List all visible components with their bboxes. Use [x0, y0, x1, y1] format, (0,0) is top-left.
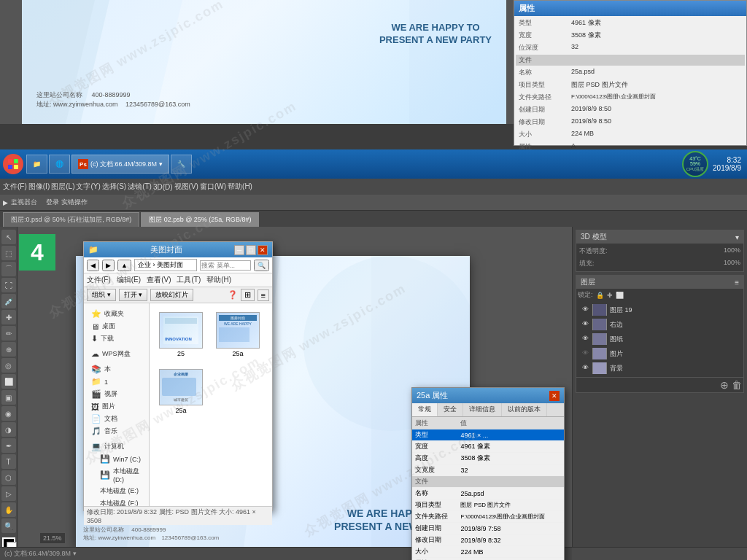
fe-sidebar-item-music[interactable]: 🎵 音乐 — [88, 425, 144, 438]
file-item-25[interactable]: PSD INNOVATION 25 — [155, 309, 206, 360]
tool-text[interactable]: T — [1, 454, 16, 469]
eye-icon-right[interactable]: 👁 — [581, 320, 589, 329]
fe-path: 企业 › 美图封面 — [134, 259, 197, 271]
fe-menu-edit[interactable]: 编辑(E) — [117, 275, 141, 285]
tool-select[interactable]: ⬚ — [1, 246, 16, 260]
eye-icon-bg[interactable]: 👁 — [581, 364, 589, 373]
fe-sidebar-item-desktop[interactable]: 🖥 桌面 — [88, 320, 144, 332]
fe-organize-btn[interactable]: 组织 ▾ — [87, 289, 116, 301]
fe-menu-view[interactable]: 查看(V) — [147, 275, 171, 285]
fe-sidebar-item-pictures[interactable]: 🖼 图片 — [88, 400, 144, 413]
fe-search-btn[interactable]: 🔍 — [254, 260, 269, 271]
menu-edit[interactable]: 图像(I) — [28, 182, 50, 192]
tool-brush[interactable]: ✏ — [1, 326, 16, 341]
tool-eyedrop[interactable]: 💉 — [1, 294, 16, 308]
fe-sidebar-item-d[interactable]: 💾 本地磁盘 (D:) — [88, 465, 144, 485]
pw2-tab-security[interactable]: 安全 — [438, 403, 463, 416]
lock-all-icon[interactable]: ⬜ — [616, 292, 624, 299]
fe-sidebar-item-library[interactable]: 📚 本 — [88, 363, 144, 376]
layer-item-bg[interactable]: 👁 背景 — [578, 361, 742, 376]
fe-up-btn[interactable]: ▲ — [117, 260, 131, 271]
taskbar-browser-item[interactable]: 🌐 — [49, 155, 70, 174]
fe-forward-btn[interactable]: ▶ — [102, 260, 115, 271]
pw2-close-btn[interactable]: ✕ — [549, 391, 560, 401]
layer-item-19[interactable]: 👁 图层 19 — [578, 303, 742, 317]
fe-view-icon[interactable]: ⊞ — [241, 289, 255, 301]
tool-shape[interactable]: ▷ — [1, 486, 16, 501]
fe-view-icon-2[interactable]: ≡ — [258, 289, 269, 301]
fe-sidebar-item-f[interactable]: 本地磁盘 (F:) — [88, 497, 144, 506]
fe-sidebar-item-1[interactable]: 📁 1 — [88, 376, 144, 388]
tool-lasso[interactable]: ⌒ — [1, 262, 16, 276]
menu-file[interactable]: 文件(F) — [3, 182, 27, 192]
fe-back-btn[interactable]: ◀ — [87, 260, 99, 271]
file-item-25a-2[interactable]: PSD 企业画册 城市建筑 25a — [155, 366, 206, 417]
menu-layer[interactable]: 图层(L) — [51, 182, 74, 192]
layer-item-paper[interactable]: 👁 图纸 — [578, 332, 742, 346]
taskbar-misc-item[interactable]: 🔧 — [171, 155, 192, 174]
start-button[interactable] — [3, 154, 23, 174]
desktop-icon: 🖥 — [91, 322, 99, 331]
menu-text[interactable]: 文字(Y) — [76, 182, 100, 192]
menu-view[interactable]: 视图(V) — [174, 182, 198, 192]
tool-history[interactable]: ◎ — [1, 358, 16, 373]
eye-icon-19[interactable]: 👁 — [581, 306, 589, 314]
menu-window[interactable]: 窗口(W) — [200, 182, 226, 192]
tool-dodge[interactable]: ◑ — [1, 422, 16, 437]
layer-item-right[interactable]: 👁 右边 — [578, 317, 742, 332]
fe-menu-tools[interactable]: 工具(T) — [177, 275, 201, 285]
tool-blur[interactable]: ◉ — [1, 406, 16, 421]
file-item-25a[interactable]: PSD 图册封面 WE ARE HAPPY 25a — [212, 309, 263, 360]
fe-slideshow-btn[interactable]: 放映幻灯片 — [150, 289, 193, 301]
fe-menu-help[interactable]: 帮助(H) — [206, 275, 231, 285]
fe-addressbar: ◀ ▶ ▲ 企业 › 美图封面 🔍 — [84, 257, 272, 273]
fe-search-input[interactable] — [200, 260, 251, 271]
tool-clone[interactable]: ⊕ — [1, 342, 16, 357]
taskbar-file-item[interactable]: 📁 — [26, 155, 47, 174]
fe-close-btn[interactable]: ✕ — [258, 245, 268, 255]
fe-sidebar-item-docs[interactable]: 📄 文档 — [88, 413, 144, 425]
tool-hand[interactable]: ✋ — [1, 502, 16, 517]
pw2-tab-details[interactable]: 详细信息 — [463, 403, 502, 416]
fe-sidebar-item-favorites[interactable]: ⭐ 收藏夹 — [88, 308, 144, 320]
lock-icon[interactable]: 🔒 — [596, 292, 604, 299]
fe-menu-file[interactable]: 文件(F) — [87, 275, 111, 285]
menu-filter[interactable]: 滤镜(T) — [128, 182, 152, 192]
eye-icon-paper[interactable]: 👁 — [581, 335, 589, 343]
tool-gradient[interactable]: ▣ — [1, 390, 16, 405]
add-layer-btn[interactable]: ⊕ — [720, 379, 729, 391]
lock-pos-icon[interactable]: ✚ — [607, 292, 613, 299]
fe-minimize-btn[interactable]: ─ — [234, 245, 244, 255]
fe-sidebar-item-computer[interactable]: 💻 计算机 — [88, 440, 144, 453]
layers-options-icon[interactable]: ≡ — [735, 279, 739, 287]
props-window-2: 25a 属性 ✕ 常规 安全 详细信息 以前的版本 属性 值 — [411, 387, 565, 560]
fe-sidebar-item-c[interactable]: 💾 Win7 (C:) — [88, 453, 144, 465]
fe-help-icon[interactable]: ❓ — [228, 290, 238, 300]
fe-maximize-btn[interactable]: □ — [246, 245, 256, 255]
panel-3d-toggle[interactable]: ▾ — [735, 233, 739, 241]
pw2-tab-general[interactable]: 常规 — [412, 403, 438, 416]
tool-heal[interactable]: ✚ — [1, 310, 16, 324]
tool-eraser[interactable]: ⬜ — [1, 374, 16, 389]
menu-select[interactable]: 选择(S) — [102, 182, 126, 192]
fe-sidebar-item-wps[interactable]: ☁ WPS网盘 — [88, 348, 144, 360]
fe-titlebar: 📁 美图封面 ─ □ ✕ — [84, 242, 272, 257]
fe-open-btn[interactable]: 打开 ▾ — [119, 289, 148, 301]
fe-sidebar-item-e[interactable]: 本地磁盘 (E:) — [88, 485, 144, 497]
tool-zoom[interactable]: 🔍 — [1, 518, 16, 533]
taskbar-ps-item[interactable]: Ps (c) 文档:66.4M/309.8M ▾ — [71, 155, 169, 174]
tool-path[interactable]: ⬡ — [1, 470, 16, 485]
tab-layer02[interactable]: 图层 02.psb @ 25% (25a, RGB/8#) — [141, 212, 259, 227]
tool-move[interactable]: ↖ — [1, 230, 16, 244]
taskbar-items: 📁 🌐 Ps (c) 文档:66.4M/309.8M ▾ 🔧 — [26, 155, 682, 174]
tab-layer0[interactable]: 图层:0.psd @ 50% (石柱滋加层, RGB/8#) — [3, 212, 139, 227]
layer-item-pic[interactable]: 👁 图片 — [578, 346, 742, 361]
pw2-tab-prev[interactable]: 以前的版本 — [502, 403, 547, 416]
tool-pen[interactable]: ✒ — [1, 438, 16, 453]
delete-layer-btn[interactable]: 🗑 — [732, 379, 742, 391]
tool-crop[interactable]: ⛶ — [1, 278, 16, 292]
fe-sidebar-item-download[interactable]: ⬇ 下载 — [88, 332, 144, 345]
fe-sidebar-item-video[interactable]: 🎬 视屏 — [88, 388, 144, 400]
menu-help[interactable]: 帮助(H) — [228, 182, 252, 192]
menu-3d[interactable]: 3D(D) — [153, 183, 173, 191]
